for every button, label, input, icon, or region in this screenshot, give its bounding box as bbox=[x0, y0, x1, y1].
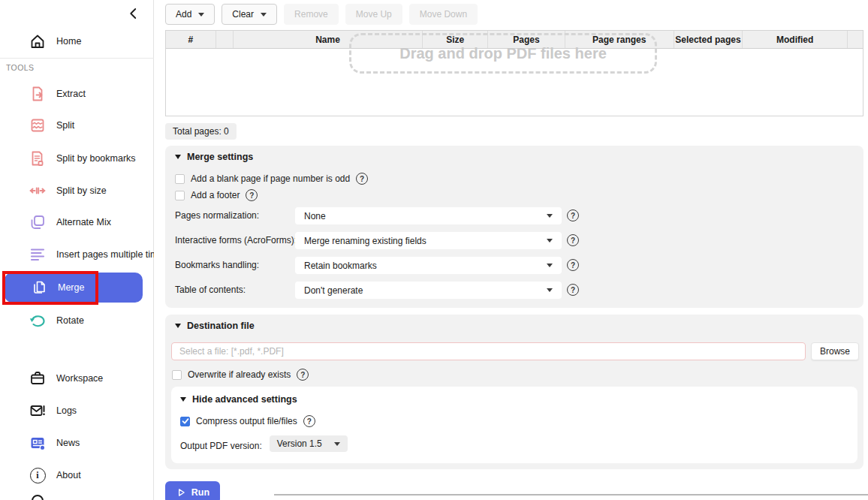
sidebar-item-workspace[interactable]: Workspace bbox=[29, 367, 103, 390]
sidebar-item-rotate[interactable]: Rotate bbox=[29, 309, 84, 332]
sidebar-item-about[interactable]: i About bbox=[29, 464, 81, 486]
sidebar-item-news[interactable]: News bbox=[29, 432, 80, 454]
help-icon[interactable]: ? bbox=[246, 189, 258, 201]
info-icon: i bbox=[29, 466, 47, 484]
rotate-icon bbox=[29, 312, 47, 330]
triangle-down-icon bbox=[175, 324, 181, 328]
interactive-forms-label: Interactive forms (AcroForms): bbox=[175, 232, 297, 249]
sidebar-item-insert-pages-multiple-times[interactable]: Insert pages multiple times bbox=[29, 243, 168, 266]
blank-page-checkbox-row: Add a blank page if page number is odd ? bbox=[175, 173, 368, 185]
sidebar-item-label: Rotate bbox=[56, 315, 84, 326]
extract-icon bbox=[29, 85, 47, 103]
sidebar-item-label: About bbox=[56, 470, 81, 480]
column-header-index[interactable]: # bbox=[166, 31, 216, 48]
footer-checkbox-row: Add a footer ? bbox=[175, 189, 258, 201]
pdf-version-select[interactable]: Version 1.5 bbox=[270, 435, 348, 452]
remove-button[interactable]: Remove bbox=[284, 4, 339, 25]
home-icon bbox=[29, 32, 47, 50]
pdf-version-row: Output PDF version: Version 1.5 bbox=[180, 438, 346, 454]
footer-checkbox[interactable] bbox=[175, 191, 185, 200]
partial-icon bbox=[29, 493, 46, 500]
chevron-down-icon bbox=[547, 214, 553, 218]
destination-file-panel: Destination file Browse Overwrite if alr… bbox=[165, 315, 863, 469]
sidebar-item-alternate-mix[interactable]: Alternate Mix bbox=[29, 211, 111, 233]
column-header-modified[interactable]: Modified bbox=[743, 31, 848, 48]
move-down-button[interactable]: Move Down bbox=[409, 4, 478, 25]
sidebar: Home TOOLS Extract Split Split by bookma… bbox=[0, 0, 154, 500]
sidebar-item-label: Split bbox=[56, 120, 74, 131]
move-up-button[interactable]: Move Up bbox=[345, 4, 402, 25]
split-by-bookmarks-icon bbox=[29, 149, 47, 167]
merge-icon bbox=[30, 279, 48, 297]
sidebar-item-label: Split by size bbox=[56, 185, 107, 196]
envelope-alert-icon bbox=[29, 402, 47, 420]
sidebar-item-home[interactable]: Home bbox=[29, 30, 81, 53]
split-by-size-icon bbox=[29, 182, 47, 200]
chevron-down-icon bbox=[334, 442, 340, 446]
pdf-version-label: Output PDF version: bbox=[180, 441, 262, 451]
insert-pages-icon bbox=[29, 245, 47, 264]
tools-section-header: TOOLS bbox=[6, 63, 34, 72]
destination-file-header[interactable]: Destination file bbox=[175, 321, 255, 331]
run-button[interactable]: Run bbox=[165, 481, 220, 500]
sidebar-item-label: Insert pages multiple times bbox=[56, 249, 168, 260]
help-icon[interactable]: ? bbox=[303, 415, 315, 427]
table-of-contents-label: Table of contents: bbox=[175, 282, 246, 299]
chevron-down-icon bbox=[547, 239, 553, 242]
chevron-down-icon bbox=[547, 288, 553, 292]
sidebar-item-label: Alternate Mix bbox=[56, 217, 111, 227]
compress-checkbox-row: Compress output file/files ? bbox=[180, 415, 315, 427]
split-icon bbox=[29, 116, 47, 134]
sidebar-item-label: Split by bookmarks bbox=[56, 153, 136, 164]
bookmarks-handling-select[interactable]: Retain bookmarks bbox=[295, 257, 562, 274]
sidebar-item-logs[interactable]: Logs bbox=[29, 399, 77, 422]
sidebar-item-label: Workspace bbox=[56, 373, 103, 384]
sidebar-item-merge-selected[interactable]: Merge bbox=[5, 273, 143, 303]
triangle-down-icon bbox=[180, 397, 186, 402]
help-icon[interactable]: ? bbox=[567, 259, 579, 271]
compress-checkbox[interactable] bbox=[180, 417, 190, 426]
chevron-down-icon bbox=[547, 264, 553, 267]
overwrite-checkbox-row: Overwrite if already exists ? bbox=[172, 369, 309, 381]
help-icon[interactable]: ? bbox=[567, 209, 579, 221]
bookmarks-handling-label: Bookmarks handling: bbox=[175, 257, 259, 274]
collapse-sidebar-button[interactable] bbox=[125, 5, 143, 23]
news-icon bbox=[29, 434, 47, 452]
sidebar-item-split-by-size[interactable]: Split by size bbox=[29, 179, 107, 202]
sidebar-item-label: Merge bbox=[58, 282, 84, 293]
overwrite-checkbox[interactable] bbox=[172, 370, 182, 380]
briefcase-icon bbox=[29, 369, 47, 387]
drag-and-drop-zone[interactable]: Drag and drop PDF files here bbox=[349, 33, 657, 74]
sidebar-item-split-by-bookmarks[interactable]: Split by bookmarks bbox=[29, 147, 136, 170]
clear-button[interactable]: Clear bbox=[222, 4, 277, 25]
destination-file-input[interactable] bbox=[171, 342, 806, 360]
chevron-down-icon bbox=[198, 13, 204, 17]
interactive-forms-select[interactable]: Merge renaming existing fields bbox=[295, 232, 562, 249]
table-scrollbar-spacer bbox=[848, 31, 863, 48]
help-icon[interactable]: ? bbox=[567, 234, 579, 246]
blank-page-checkbox[interactable] bbox=[175, 174, 185, 184]
help-icon[interactable]: ? bbox=[567, 284, 579, 296]
merge-settings-header[interactable]: Merge settings bbox=[175, 152, 253, 162]
alternate-mix-icon bbox=[29, 213, 47, 231]
advanced-settings-header[interactable]: Hide advanced settings bbox=[180, 394, 297, 405]
play-icon bbox=[176, 487, 186, 498]
column-header-blank[interactable] bbox=[216, 31, 234, 48]
help-icon[interactable]: ? bbox=[297, 369, 309, 381]
merge-settings-panel: Merge settings Add a blank page if page … bbox=[165, 146, 863, 308]
help-icon[interactable]: ? bbox=[356, 173, 368, 185]
chevron-left-icon bbox=[127, 7, 140, 20]
pages-normalization-select[interactable]: None bbox=[295, 207, 562, 224]
sidebar-item-label: Logs bbox=[56, 405, 77, 416]
advanced-settings-panel: Hide advanced settings Compress output f… bbox=[171, 387, 857, 463]
column-header-selected-pages[interactable]: Selected pages bbox=[674, 31, 743, 48]
browse-button[interactable]: Browse bbox=[811, 342, 859, 360]
sidebar-divider bbox=[0, 58, 154, 59]
pages-normalization-label: Pages normalization: bbox=[175, 207, 259, 224]
triangle-down-icon bbox=[175, 155, 181, 159]
sidebar-item-split[interactable]: Split bbox=[29, 114, 74, 137]
add-button[interactable]: Add bbox=[165, 4, 215, 25]
sidebar-item-extract[interactable]: Extract bbox=[29, 83, 86, 105]
table-of-contents-select[interactable]: Don't generate bbox=[295, 282, 562, 299]
sidebar-item-label: Extract bbox=[56, 89, 86, 99]
